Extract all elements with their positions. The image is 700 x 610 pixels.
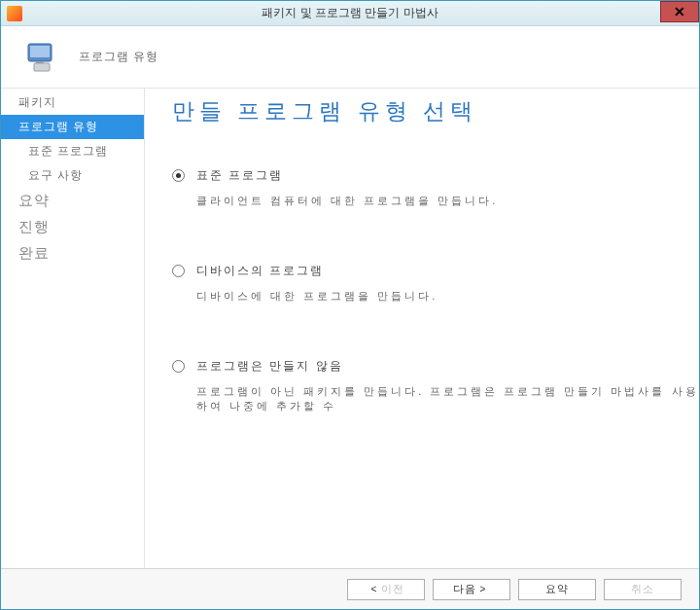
button-label: 요약 <box>545 582 569 596</box>
option-row: 표준 프로그램 <box>172 167 699 184</box>
cancel-button[interactable]: 취소 <box>604 579 682 600</box>
option-label: 디바이스의 프로그램 <box>196 263 324 279</box>
radio-standard-program[interactable] <box>172 169 185 182</box>
sidebar-section-complete: 완료 <box>1 240 144 267</box>
header: 프로그램 유형 <box>1 26 699 89</box>
sidebar-section-progress: 진행 <box>1 214 144 240</box>
option-desc: 클라이언트 컴퓨터에 대한 프로그램을 만듭니다. <box>196 194 699 208</box>
option-label: 프로그램은 만들지 않음 <box>196 358 343 375</box>
button-label: 이전 <box>381 582 404 596</box>
sidebar-item-requirements[interactable]: 요구 사항 <box>1 163 144 188</box>
sidebar-item-package[interactable]: 패키지 <box>1 90 144 115</box>
sidebar-section-summary: 요약 <box>1 188 144 214</box>
chevron-left-icon: < <box>371 584 378 594</box>
svg-rect-3 <box>36 61 44 63</box>
option-label: 표준 프로그램 <box>196 167 283 184</box>
close-icon: ✕ <box>674 4 685 19</box>
page-title: 만들 프로그램 유형 선택 <box>172 96 699 126</box>
button-label: 취소 <box>631 582 654 596</box>
option-row: 프로그램은 만들지 않음 <box>172 358 699 375</box>
body: 패키지 프로그램 유형 표준 프로그램 요구 사항 요약 진행 완료 만들 프로… <box>1 89 699 568</box>
svg-rect-2 <box>34 63 50 71</box>
window-title: 패키지 및 프로그램 만들기 마법사 <box>262 5 438 21</box>
option-standard: 표준 프로그램 클라이언트 컴퓨터에 대한 프로그램을 만듭니다. <box>172 167 699 208</box>
main-panel: 만들 프로그램 유형 선택 표준 프로그램 클라이언트 컴퓨터에 대한 프로그램… <box>145 89 699 568</box>
svg-rect-1 <box>30 46 50 57</box>
close-button[interactable]: ✕ <box>660 1 699 22</box>
previous-button[interactable]: < 이전 <box>347 579 425 600</box>
option-none: 프로그램은 만들지 않음 프로그램이 아닌 패키지를 만듭니다. 프로그램은 프… <box>172 358 699 413</box>
radio-device-program[interactable] <box>172 265 185 277</box>
sidebar: 패키지 프로그램 유형 표준 프로그램 요구 사항 요약 진행 완료 <box>1 89 145 568</box>
titlebar: 패키지 및 프로그램 만들기 마법사 ✕ <box>1 1 699 26</box>
option-desc: 프로그램이 아닌 패키지를 만듭니다. 프로그램은 프로그램 만들기 마법사를 … <box>196 384 699 413</box>
sidebar-item-program-type[interactable]: 프로그램 유형 <box>1 115 144 139</box>
next-button[interactable]: 다음 > <box>433 579 510 600</box>
option-desc: 디바이스에 대한 프로그램을 만듭니다. <box>196 289 699 304</box>
button-label: 다음 <box>453 582 476 596</box>
app-icon <box>7 6 22 21</box>
option-device: 디바이스의 프로그램 디바이스에 대한 프로그램을 만듭니다. <box>172 263 699 304</box>
header-label: 프로그램 유형 <box>79 49 158 65</box>
sidebar-item-standard-program[interactable]: 표준 프로그램 <box>1 139 144 163</box>
radio-no-program[interactable] <box>172 360 185 373</box>
option-row: 디바이스의 프로그램 <box>172 263 699 279</box>
content: 프로그램 유형 패키지 프로그램 유형 표준 프로그램 요구 사항 요약 진행 … <box>1 26 699 609</box>
wizard-window: 패키지 및 프로그램 만들기 마법사 ✕ 프로그램 유형 패키지 프로그램 유형… <box>0 0 700 610</box>
footer: < 이전 다음 > 요약 취소 <box>1 568 699 609</box>
computer-icon <box>22 38 61 77</box>
summary-button[interactable]: 요약 <box>518 579 596 600</box>
chevron-right-icon: > <box>480 584 487 594</box>
